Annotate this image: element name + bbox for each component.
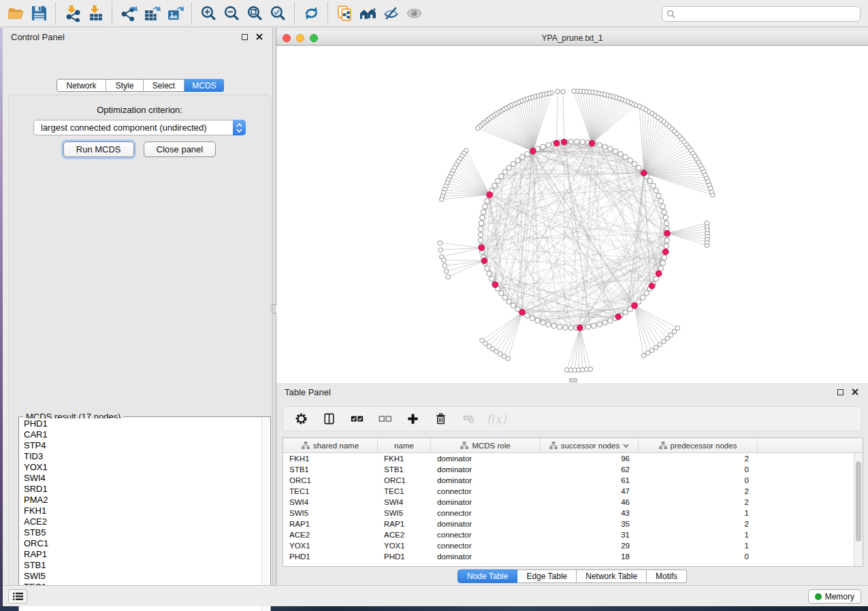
hide-selected-button[interactable] bbox=[379, 3, 402, 24]
table-scrollbar[interactable] bbox=[854, 453, 863, 566]
table-settings-button[interactable] bbox=[293, 411, 309, 427]
table-row[interactable]: FKH1FKH1dominator962 bbox=[283, 453, 854, 464]
column-header-shared-name[interactable]: shared name bbox=[283, 438, 378, 452]
table-cell: 43 bbox=[541, 509, 639, 517]
column-header-mcds-role[interactable]: MCDS role bbox=[431, 438, 541, 452]
mcds-result-item[interactable]: STB5 bbox=[20, 527, 269, 538]
mcds-result-item[interactable]: CAR1 bbox=[20, 429, 269, 440]
export-image-button[interactable] bbox=[163, 3, 187, 24]
mcds-result-item[interactable]: PMA2 bbox=[20, 495, 269, 506]
mcds-result-item[interactable]: TID3 bbox=[20, 451, 269, 462]
memory-button[interactable]: Memory bbox=[808, 589, 861, 604]
unchecked-boxes-icon bbox=[379, 412, 391, 425]
column-header-predecessor-nodes[interactable]: predecessor nodes bbox=[639, 438, 758, 452]
show-all-button[interactable] bbox=[402, 3, 425, 24]
table-row[interactable]: PHD1PHD1dominator180 bbox=[283, 551, 854, 562]
network-window-titlebar[interactable]: YPA_prune.txt_1 bbox=[276, 31, 868, 46]
delete-column-button[interactable] bbox=[432, 411, 449, 427]
tab-motifs[interactable]: Motifs bbox=[647, 569, 687, 583]
search-field[interactable] bbox=[662, 6, 861, 22]
table-row[interactable]: YOX1YOX1connector291 bbox=[283, 540, 854, 551]
horizontal-splitter-grip[interactable] bbox=[569, 378, 577, 382]
node-table-header: shared namenameMCDS rolesuccessor nodesp… bbox=[283, 438, 863, 453]
float-panel-button[interactable] bbox=[240, 32, 249, 42]
export-table-icon bbox=[144, 5, 161, 22]
toggle-panel-layout-button[interactable] bbox=[321, 411, 337, 427]
float-table-panel-button[interactable] bbox=[835, 387, 845, 397]
table-cell: 1 bbox=[639, 509, 758, 517]
table-scrollbar-thumb[interactable] bbox=[856, 461, 861, 542]
fx-icon: f(x) bbox=[486, 412, 506, 426]
table-row[interactable]: ACE2ACE2connector311 bbox=[283, 529, 854, 540]
add-column-button[interactable] bbox=[404, 411, 421, 427]
table-cell: PHD1 bbox=[283, 552, 378, 561]
zoom-out-icon bbox=[223, 5, 240, 22]
tab-style[interactable]: Style bbox=[106, 80, 144, 91]
tab-network-table[interactable]: Network Table bbox=[577, 569, 647, 583]
mcds-result-item[interactable]: PHD1 bbox=[20, 418, 269, 429]
import-network-button[interactable] bbox=[61, 3, 84, 24]
open-file-button[interactable] bbox=[4, 3, 27, 24]
search-input[interactable] bbox=[675, 10, 860, 19]
table-cell: dominator bbox=[431, 465, 541, 474]
table-row[interactable]: SWI4SWI4dominator462 bbox=[283, 497, 854, 508]
network-graph[interactable] bbox=[276, 46, 868, 383]
close-panel-button[interactable] bbox=[255, 32, 264, 42]
mcds-result-item[interactable]: SRD1 bbox=[20, 484, 269, 495]
zoom-out-button[interactable] bbox=[220, 3, 243, 24]
tab-edge-table[interactable]: Edge Table bbox=[517, 569, 577, 583]
mcds-result-item[interactable]: STB1 bbox=[20, 560, 269, 571]
column-header-filler bbox=[758, 438, 863, 452]
zoom-selected-button[interactable] bbox=[266, 3, 289, 24]
mcds-result-item[interactable]: RAP1 bbox=[20, 549, 269, 560]
mcds-result-item[interactable]: ORC1 bbox=[20, 538, 269, 549]
column-header-successor-nodes[interactable]: successor nodes bbox=[541, 438, 639, 452]
column-header-name[interactable]: name bbox=[378, 438, 431, 452]
tab-node-table[interactable]: Node Table bbox=[457, 569, 518, 583]
zoom-fit-button[interactable] bbox=[243, 3, 266, 24]
export-network-button[interactable] bbox=[117, 3, 140, 24]
select-all-rows-button[interactable] bbox=[349, 411, 365, 427]
table-toolbar: f(x) bbox=[283, 406, 862, 431]
mcds-result-item[interactable]: SWI5 bbox=[20, 571, 269, 582]
network-canvas[interactable] bbox=[276, 46, 868, 383]
zoom-selected-icon bbox=[270, 5, 287, 22]
refresh-view-button[interactable] bbox=[300, 3, 323, 24]
criterion-dropdown[interactable]: largest connected component (undirected) bbox=[33, 120, 246, 135]
table-cell: ORC1 bbox=[283, 476, 378, 484]
table-cell: 29 bbox=[541, 542, 639, 550]
mcds-result-list[interactable]: PHD1CAR1STP4TID3YOX1SWI4SRD1PMA2FKH1ACE2… bbox=[20, 418, 269, 611]
mcds-result-item[interactable]: YOX1 bbox=[20, 462, 269, 473]
function-builder-button[interactable]: f(x) bbox=[488, 411, 504, 427]
table-row[interactable]: STB1STB1dominator620 bbox=[283, 464, 854, 475]
tab-select[interactable]: Select bbox=[144, 80, 184, 91]
table-cell: YOX1 bbox=[283, 542, 378, 550]
mcds-result-item[interactable]: STP4 bbox=[20, 440, 269, 451]
run-mcds-button[interactable]: Run MCDS bbox=[63, 142, 134, 157]
mcds-result-item[interactable]: SWI4 bbox=[20, 473, 269, 484]
duplicate-view-button[interactable] bbox=[333, 3, 356, 24]
first-neighbors-button[interactable] bbox=[356, 3, 379, 24]
save-session-button[interactable] bbox=[27, 3, 50, 24]
export-table-button[interactable] bbox=[140, 3, 163, 24]
tab-mcds[interactable]: MCDS bbox=[184, 79, 224, 92]
table-cell: RAP1 bbox=[283, 520, 378, 528]
show-panels-button[interactable] bbox=[8, 589, 27, 604]
delete-table-button[interactable] bbox=[460, 411, 477, 427]
close-panel-pushbutton[interactable]: Close panel bbox=[144, 142, 216, 157]
table-row[interactable]: TEC1TEC1connector472 bbox=[283, 486, 854, 497]
mcds-result-item[interactable]: FKH1 bbox=[20, 506, 269, 516]
table-row[interactable]: SWI5SWI5connector431 bbox=[283, 508, 854, 518]
table-cell: 31 bbox=[541, 531, 639, 539]
mcds-result-scrollbar[interactable] bbox=[261, 418, 269, 611]
mcds-result-item[interactable]: ACE2 bbox=[20, 516, 269, 527]
tab-network[interactable]: Network bbox=[57, 80, 106, 91]
table-row[interactable]: RAP1RAP1dominator352 bbox=[283, 518, 854, 529]
table-cell: TEC1 bbox=[378, 487, 431, 495]
close-table-panel-button[interactable] bbox=[850, 387, 860, 397]
zoom-in-button[interactable] bbox=[197, 3, 220, 24]
table-row[interactable]: ORC1ORC1dominator610 bbox=[283, 475, 854, 486]
table-cell: 0 bbox=[639, 552, 758, 561]
import-table-button[interactable] bbox=[84, 3, 107, 24]
deselect-all-rows-button[interactable] bbox=[376, 411, 393, 427]
